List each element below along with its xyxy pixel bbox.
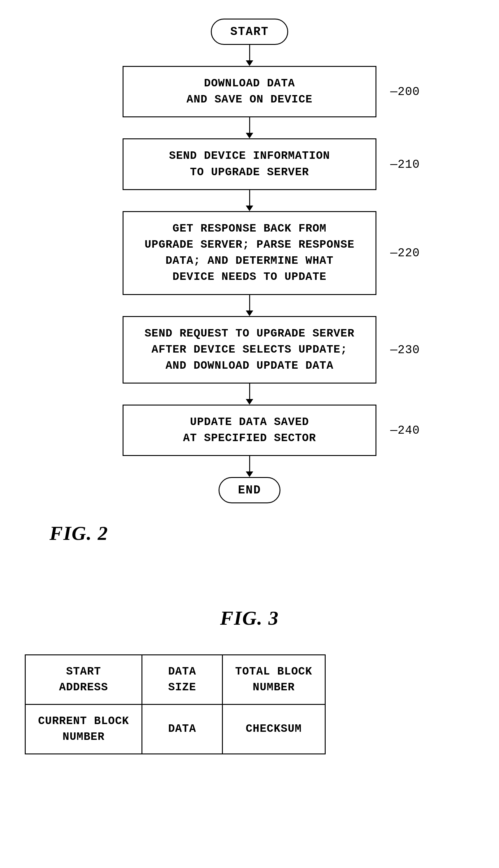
arrow-head-3 [246,206,253,211]
cell-start-address: STARTADDRESS [25,655,142,705]
step-230-box: SEND REQUEST TO UPGRADE SERVERAFTER DEVI… [123,316,376,384]
arrow-line-5 [249,383,250,399]
arrow-head-2 [246,133,253,138]
connector-2 [246,117,253,138]
arrow-line-4 [249,295,250,310]
step-240-label: —240 [390,424,420,437]
connector-3 [246,190,253,211]
connector-4 [246,295,253,316]
arrow-head-5 [246,399,253,405]
arrow-head-6 [246,472,253,477]
connector-1 [246,45,253,66]
step-200-wrapper: DOWNLOAD DATAAND SAVE ON DEVICE —200 [79,66,420,117]
cell-current-block-number: CURRENT BLOCKNUMBER [25,705,142,754]
step-220-wrapper: GET RESPONSE BACK FROMUPGRADE SERVER; PA… [79,211,420,295]
page: START DOWNLOAD DATAAND SAVE ON DEVICE —2… [0,0,499,868]
step-230-label: —230 [390,343,420,356]
cell-total-block-number: TOTAL BLOCKNUMBER [222,655,325,705]
step-220-label: —220 [390,246,420,260]
arrow-line-3 [249,190,250,206]
arrow-line-1 [249,45,250,60]
step-210-label: —210 [390,158,420,171]
end-wrapper: END [79,477,420,503]
start-wrapper: START [79,19,420,45]
step-240-box: UPDATE DATA SAVEDAT SPECIFIED SECTOR [123,405,376,456]
cell-checksum: CHECKSUM [222,705,325,754]
step-210-wrapper: SEND DEVICE INFORMATIONTO UPGRADE SERVER… [79,138,420,190]
step-200-box: DOWNLOAD DATAAND SAVE ON DEVICE [123,66,376,117]
fig2-label: FIG. 2 [50,522,108,545]
cell-data-size: DATASIZE [142,655,222,705]
fig3-label: FIG. 3 [220,607,279,629]
arrow-head-1 [246,60,253,66]
arrow-line-6 [249,456,250,472]
step-210-box: SEND DEVICE INFORMATIONTO UPGRADE SERVER [123,138,376,190]
arrow-head-4 [246,310,253,316]
table-row-2: CURRENT BLOCKNUMBER DATA CHECKSUM [25,705,325,754]
flowchart: START DOWNLOAD DATAAND SAVE ON DEVICE —2… [0,19,499,545]
end-capsule: END [219,477,280,503]
table-section: STARTADDRESS DATASIZE TOTAL BLOCKNUMBER … [0,648,499,754]
connector-6 [246,456,253,477]
step-240-wrapper: UPDATE DATA SAVEDAT SPECIFIED SECTOR —24… [79,405,420,456]
step-200-label: —200 [390,85,420,98]
data-table: STARTADDRESS DATASIZE TOTAL BLOCKNUMBER … [25,655,326,754]
arrow-line-2 [249,117,250,133]
step-230-wrapper: SEND REQUEST TO UPGRADE SERVERAFTER DEVI… [79,316,420,384]
step-220-box: GET RESPONSE BACK FROMUPGRADE SERVER; PA… [123,211,376,295]
table-row-1: STARTADDRESS DATASIZE TOTAL BLOCKNUMBER [25,655,325,705]
start-capsule: START [211,19,288,45]
connector-5 [246,383,253,405]
cell-data: DATA [142,705,222,754]
